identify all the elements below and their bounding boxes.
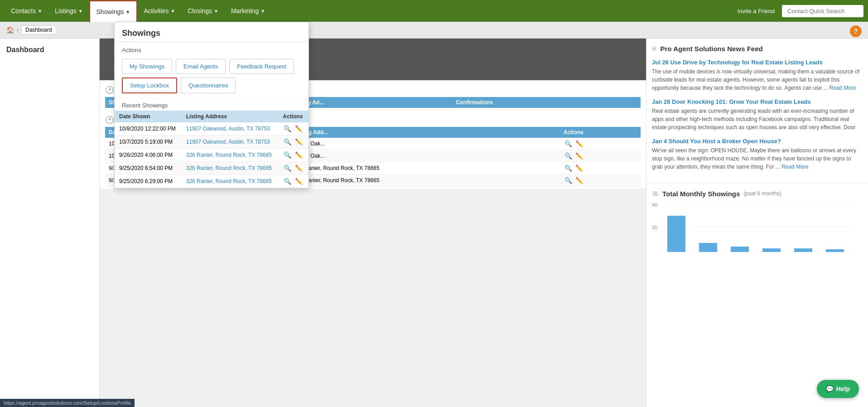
my-showings-button[interactable]: My Showings [122, 59, 172, 74]
cell-date: 9/26/2020 4:06:00 PM [115, 149, 182, 162]
clock-icon-latest: 🕐 [105, 116, 114, 124]
table-row: 9/26/2020 4:06:00 PM 326 Ranier, Round R… [115, 149, 309, 162]
search-icon[interactable]: 🔍 [284, 138, 291, 145]
news-item-title[interactable]: Jan 4 Should You Host a Broker Open Hous… [652, 138, 863, 145]
svg-rect-5 [731, 247, 749, 252]
news-item-text: We've all seen the sign: OPEN HOUSE. May… [652, 146, 863, 171]
dropdown-buttons: My Showings Email Agents Feedback Reques… [115, 56, 309, 98]
cell-date: 9/25/2020 6:29:00 PM [115, 175, 182, 188]
status-bar: https://agent.proagentsolutions.com/Setu… [0, 399, 135, 407]
recent-showings-label: Recent Showings [115, 98, 309, 111]
cell-address: 11907 Oak... [290, 138, 560, 150]
edit-icon[interactable]: ✏️ [295, 178, 303, 185]
chart-title: Total Monthly Showings [662, 190, 740, 198]
col-actions-latest: Actions [560, 127, 641, 138]
search-icon[interactable]: 🔍 [284, 165, 291, 172]
news-feed-section: ≡ Pro Agent Solutions News Feed Jul 26 U… [646, 39, 868, 183]
chevron-down-icon: ▼ [170, 9, 175, 14]
news-item: Jan 4 Should You Host a Broker Open Hous… [652, 138, 863, 171]
edit-icon[interactable]: ✏️ [295, 138, 303, 145]
read-more-link[interactable]: Read More [781, 164, 808, 170]
chart-area: 40 20 [652, 202, 863, 257]
clock-icon: 🕐 [105, 86, 114, 94]
address-link[interactable]: 11907 Oakwood, Austin, TX 78753 [186, 126, 270, 132]
cell-address: 326 Ranier, Round Rock, TX 78665 [290, 174, 560, 187]
edit-icon[interactable]: ✏️ [295, 165, 303, 172]
cell-date: 10/7/2020 5:19:00 PM [115, 136, 182, 149]
chart-icon: ≋ [652, 189, 659, 199]
cell-address: 326 Ranier, Round Rock, TX 78665 [182, 149, 279, 162]
nav-listings[interactable]: Listings ▼ [48, 0, 89, 22]
cell-actions: 🔍 ✏️ [560, 174, 641, 187]
search-icon[interactable]: 🔍 [564, 165, 572, 172]
cell-address: 326 Ranier, Round Rock, TX 78665 [182, 162, 279, 175]
dropdown-recent-table: Date Shown Listing Address Actions 10/8/… [115, 111, 309, 188]
help-chat-icon: 💬 [826, 385, 834, 392]
col-confirmations: Confirmations [452, 97, 641, 108]
news-item: Jul 26 Use Drive by Technology for Real … [652, 59, 863, 92]
edit-icon[interactable]: ✏️ [575, 152, 583, 160]
address-link[interactable]: 326 Ranier, Round Rock, TX 78665 [186, 152, 272, 158]
email-agents-button[interactable]: Email Agents [176, 59, 226, 74]
address-link[interactable]: 326 Ranier, Round Rock, TX 78665 [186, 178, 272, 184]
news-item-title[interactable]: Jul 26 Use Drive by Technology for Real … [652, 59, 863, 66]
nav-activities[interactable]: Activities ▼ [137, 0, 181, 22]
svg-rect-8 [826, 249, 844, 252]
svg-rect-7 [794, 248, 812, 252]
search-icon[interactable]: 🔍 [564, 140, 572, 147]
address-link[interactable]: 326 Ranier, Round Rock, TX 78665 [186, 165, 272, 171]
search-icon[interactable]: 🔍 [284, 151, 291, 159]
cell-actions: 🔍 ✏️ [278, 162, 309, 175]
chevron-down-icon: ▼ [125, 10, 130, 15]
breadcrumb-dashboard: Dashboard [21, 25, 56, 34]
svg-rect-3 [667, 216, 685, 252]
cell-address: 326 Ranier, Round Rock, TX 78665 [290, 162, 560, 174]
chart-y-20: 20 [652, 225, 657, 230]
contact-quick-search-input[interactable] [782, 5, 863, 17]
chevron-down-icon: ▼ [78, 9, 83, 14]
address-link[interactable]: 11907 Oakwood, Austin, TX 78753 [186, 139, 270, 145]
chevron-down-icon: ▼ [214, 9, 218, 14]
edit-icon[interactable]: ✏️ [295, 125, 303, 132]
search-icon[interactable]: 🔍 [284, 125, 291, 132]
invite-friend-link[interactable]: Invite a Friend [730, 8, 782, 15]
setup-lockbox-button[interactable]: Setup Lockbox [122, 78, 177, 93]
home-icon[interactable]: 🏠 [6, 26, 14, 34]
news-item-text: Real estate agents are currently generat… [652, 107, 863, 131]
edit-icon[interactable]: ✏️ [295, 151, 303, 159]
cell-actions: 🔍 ✏️ [278, 136, 309, 149]
search-icon[interactable]: 🔍 [564, 152, 572, 160]
chevron-down-icon: ▼ [38, 9, 42, 14]
news-item-title[interactable]: Jan 28 Door Knocking 101: Grow Your Real… [652, 98, 863, 105]
search-icon[interactable]: 🔍 [284, 178, 291, 185]
cell-actions: 🔍 ✏️ [560, 150, 641, 162]
help-label: Help [836, 385, 850, 392]
news-title: Pro Agent Solutions News Feed [661, 45, 763, 53]
help-icon[interactable]: ? [850, 25, 862, 37]
help-button[interactable]: 💬 Help [817, 380, 859, 398]
search-icon[interactable]: 🔍 [564, 177, 572, 184]
cell-actions: 🔍 ✏️ [278, 122, 309, 136]
chart-svg [663, 202, 853, 252]
nav-closings[interactable]: Closings ▼ [181, 0, 225, 22]
svg-rect-6 [762, 248, 781, 252]
edit-icon[interactable]: ✏️ [575, 177, 583, 184]
edit-icon[interactable]: ✏️ [575, 140, 583, 147]
table-row: 9/25/2020 6:29:00 PM 326 Ranier, Round R… [115, 175, 309, 188]
nav-marketing[interactable]: Marketing ▼ [225, 0, 271, 22]
read-more-link[interactable]: Read More [829, 85, 856, 91]
edit-icon[interactable]: ✏️ [575, 165, 583, 172]
table-row: 10/8/2020 12:22:00 PM 11907 Oakwood, Aus… [115, 122, 309, 136]
cell-address: 326 Ranier, Round Rock, TX 78665 [182, 175, 279, 188]
questionnaires-button[interactable]: Questionnaires [181, 78, 236, 93]
cell-actions: 🔍 ✏️ [278, 149, 309, 162]
cell-actions: 🔍 ✏️ [560, 162, 641, 174]
feedback-request-button[interactable]: Feedback Request [229, 59, 294, 74]
sidebar-title: Dashboard [0, 43, 99, 58]
dropdown-col-date: Date Shown [115, 111, 182, 122]
chart-subtitle: (past 6 months) [743, 190, 781, 197]
nav-contacts[interactable]: Contacts ▼ [5, 0, 48, 22]
nav-showings[interactable]: Showings ▼ [89, 0, 138, 22]
chart-y-40: 40 [652, 202, 657, 208]
dropdown-col-actions: Actions [278, 111, 309, 122]
